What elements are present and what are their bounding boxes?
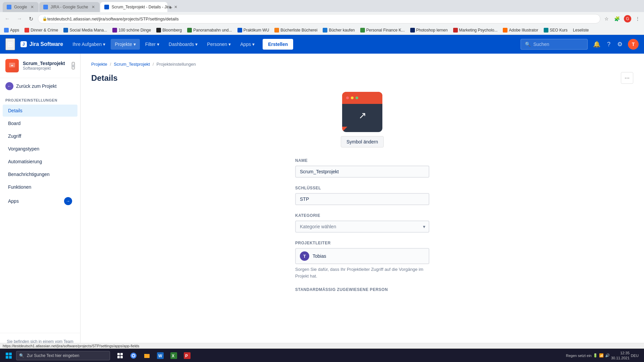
taskbar-icon-excel[interactable]: X <box>168 350 180 362</box>
more-button[interactable]: ⋮ <box>634 15 641 23</box>
bookmark-bucher[interactable]: Bücher kaufen <box>321 27 356 33</box>
sidebar-item-apps[interactable]: Apps → <box>3 194 77 208</box>
back-button[interactable]: ← <box>3 14 12 23</box>
sidebar-item-board[interactable]: Board <box>3 117 77 129</box>
breadcrumb-testprojekt[interactable]: Scrum_Testprojekt <box>114 62 150 67</box>
jira-main: Scrum_Testprojekt Softwareprojekt ‹ ← Zu… <box>0 54 644 362</box>
taskbar-start-button[interactable] <box>3 350 15 362</box>
taskbar-icon-word[interactable]: W <box>154 350 166 362</box>
lead-help-text: Sorgen Sie dafür, dass Ihr Projektleiter… <box>295 266 429 279</box>
tab-label-2: JIRA - Google Suche <box>51 5 88 9</box>
key-label: Schlüssel <box>295 186 429 190</box>
create-button[interactable]: Erstellen <box>263 39 293 50</box>
nav-projekte-label: Projekte <box>115 42 132 47</box>
sidebar-project-info: Scrum_Testprojekt Softwareprojekt <box>23 61 68 71</box>
more-options-button[interactable]: ··· <box>621 72 633 84</box>
browser-tab-2[interactable]: JIRA - Google Suche ✕ <box>39 2 100 12</box>
bookmark-bucherliste[interactable]: Bücherliste Bücherei <box>273 27 319 33</box>
bookmark-100[interactable]: 100 schöne Dinge <box>111 27 152 33</box>
taskbar-icons: W X P <box>114 350 193 362</box>
bookmark-illustrator-label: Adobe Illustrator <box>509 28 538 33</box>
bookmark-photoshop[interactable]: Photoshop lernen <box>409 27 449 33</box>
new-tab-button[interactable]: + <box>168 3 174 12</box>
settings-button[interactable]: ⚙ <box>616 39 624 49</box>
sidebar-item-automatisierung[interactable]: Automatisierung <box>3 156 77 168</box>
sidebar-item-zugriff[interactable]: Zugriff <box>3 130 77 142</box>
taskbar-icon-chrome[interactable] <box>127 350 140 362</box>
taskbar-task-view[interactable] <box>114 350 126 362</box>
nav-item-dashboards[interactable]: Dashboards ▾ <box>165 39 202 50</box>
nav-item-projekte[interactable]: Projekte ▾ <box>111 39 140 50</box>
tab-close-3[interactable]: ✕ <box>173 4 178 10</box>
nav-filter-label: Filter <box>145 42 156 47</box>
address-bar[interactable]: 🔒 testdeutsch1.atlassian.net/jira/softwa… <box>38 14 600 23</box>
jira-logo[interactable]: J Jira Software <box>20 41 63 47</box>
svg-point-11 <box>132 355 135 357</box>
forward-button[interactable]: → <box>15 14 24 23</box>
sidebar-item-vorgangstypen[interactable]: Vorgangstypen <box>3 143 77 155</box>
taskbar-date-value: 30.11.2021 <box>611 356 630 360</box>
search-box[interactable]: 🔍 Suchen <box>521 39 588 50</box>
taskbar: 🔍 Zur Suche Text hier eingeben <box>0 349 644 362</box>
bookmark-panorama[interactable]: Panoramabahn und... <box>186 27 233 33</box>
sidebar-collapse-button[interactable]: ‹ <box>72 62 75 69</box>
browser-tab-1[interactable]: Google ✕ <box>3 2 39 12</box>
sidebar-item-benachrichtigungen[interactable]: Benachrichtigungen <box>3 168 77 180</box>
bookmark-bloomberg[interactable]: Bloomberg <box>155 27 183 33</box>
breadcrumb-projekte[interactable]: Projekte <box>91 62 107 67</box>
bookmark-marketing-label: Marketing Psycholo... <box>459 28 498 33</box>
nav-item-filter[interactable]: Filter ▾ <box>141 39 163 50</box>
category-select[interactable]: Kategorie wählen <box>295 221 429 233</box>
form-group-assigned: Standardmäßig zugewiesene Person <box>295 287 429 292</box>
lead-name: Tobias <box>313 253 326 259</box>
word-icon: W <box>157 352 164 359</box>
user-avatar[interactable]: T <box>628 39 639 50</box>
reload-button[interactable]: ↻ <box>27 14 35 23</box>
bookmark-seo[interactable]: SEO Kurs <box>542 27 569 33</box>
key-input[interactable] <box>295 193 429 205</box>
bookmark-marketing[interactable]: Marketing Psycholo... <box>452 27 499 33</box>
jira-app: ⊞ J Jira Software Ihre Aufgaben ▾ Projek… <box>0 35 644 362</box>
nav-item-personen[interactable]: Personen ▾ <box>203 39 235 50</box>
bookmark-leseliste[interactable]: Leseliste <box>572 27 590 33</box>
sidebar-item-details[interactable]: Details <box>3 105 77 117</box>
nav-aufgaben-arrow: ▾ <box>103 42 105 47</box>
breadcrumb-sep-2: / <box>153 62 154 67</box>
grid-menu-button[interactable]: ⊞ <box>5 38 15 50</box>
browser-tab-3[interactable]: Scrum_Testprojekt - Details - Jira ✕ <box>100 2 167 12</box>
nav-filter-arrow: ▾ <box>157 42 159 47</box>
bookmark-social[interactable]: Social Media Mana... <box>62 27 108 33</box>
taskbar-battery-icon: 🔋 <box>593 353 598 358</box>
name-input[interactable] <box>295 166 429 178</box>
tab-close-2[interactable]: ✕ <box>91 4 96 10</box>
help-button[interactable]: ? <box>606 40 612 49</box>
bookmark-dinner[interactable]: Dinner & Crime <box>23 27 59 33</box>
bookmark-personal[interactable]: Personal Finance K... <box>359 27 406 33</box>
bookmark-100-label: 100 schöne Dinge <box>118 28 151 33</box>
bookmark-praktikum[interactable]: Praktikum WU <box>236 27 271 33</box>
extensions-button[interactable]: 🧩 <box>613 15 621 23</box>
taskbar-icon-explorer[interactable] <box>141 350 153 362</box>
form-group-lead: Projektleiter T Tobias Sorgen Sie dafür,… <box>295 241 429 279</box>
sidebar-item-funktionen[interactable]: Funktionen <box>3 181 77 193</box>
bookmark-illustrator[interactable]: Adobe Illustrator <box>501 27 539 33</box>
tab-favicon-2 <box>43 5 48 9</box>
tab-close-1[interactable]: ✕ <box>30 4 35 10</box>
jira-content: Projekte / Scrum_Testprojekt / Projektei… <box>80 54 644 362</box>
bookmark-apps[interactable]: Apps <box>3 27 20 33</box>
change-icon-button[interactable]: Symbol ändern <box>341 136 384 147</box>
nav-item-apps[interactable]: Apps ▾ <box>236 39 259 50</box>
notifications-button[interactable]: 🔔 <box>592 39 602 49</box>
sidebar-back-link[interactable]: ← Zurück zum Projekt <box>0 78 80 94</box>
assigned-label: Standardmäßig zugewiesene Person <box>295 287 429 292</box>
bookmark-illustrator-icon <box>503 28 507 33</box>
nav-item-aufgaben[interactable]: Ihre Aufgaben ▾ <box>68 39 109 50</box>
project-lead-field[interactable]: T Tobias <box>295 248 429 264</box>
breadcrumb-sep-1: / <box>110 62 111 67</box>
taskbar-icon-ppt[interactable]: P <box>181 350 193 362</box>
bookmark-star-button[interactable]: ☆ <box>603 15 610 23</box>
jira-nav-right: 🔍 Suchen 🔔 ? ⚙ T <box>521 39 639 50</box>
bookmark-seo-label: SEO Kurs <box>550 28 568 33</box>
taskbar-search[interactable]: 🔍 Zur Suche Text hier eingeben <box>16 351 110 360</box>
profile-button[interactable]: G <box>624 15 631 22</box>
